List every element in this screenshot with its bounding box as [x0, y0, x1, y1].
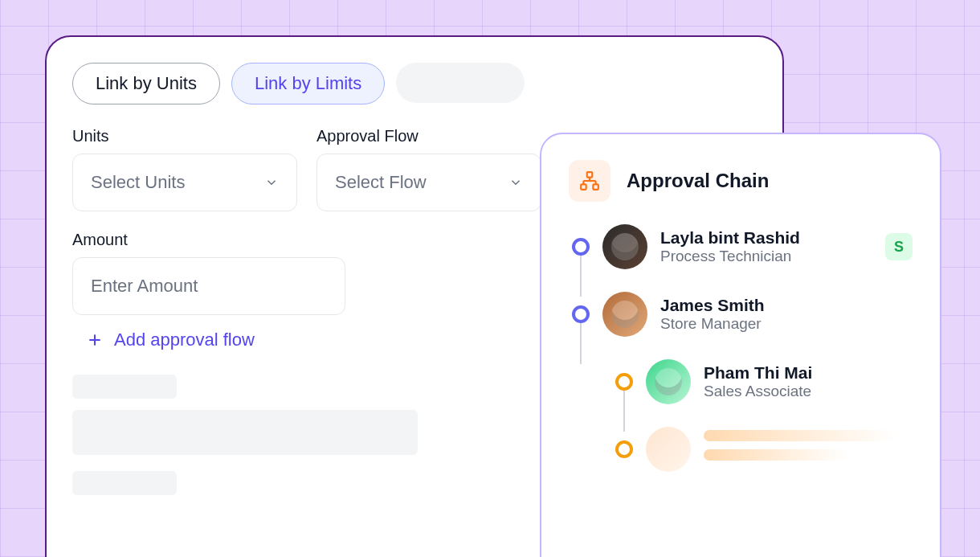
units-select-value: Select Units: [91, 172, 185, 193]
chain-item[interactable]: Layla bint Rashid Process Technician S: [572, 224, 913, 292]
chain-node-icon: [615, 440, 633, 458]
flow-field-group: Approval Flow Select Flow: [316, 127, 541, 211]
chain-node-icon: [572, 305, 590, 323]
chevron-down-icon: [508, 175, 523, 190]
flow-select-value: Select Flow: [335, 172, 427, 193]
chevron-down-icon: [264, 175, 279, 190]
approval-chain-list: Layla bint Rashid Process Technician S J…: [572, 224, 913, 494]
person-role: Process Technician: [660, 248, 800, 265]
avatar: [602, 292, 647, 337]
amount-input[interactable]: Enter Amount: [72, 257, 345, 315]
svg-rect-4: [593, 184, 598, 190]
units-select[interactable]: Select Units: [72, 154, 297, 211]
approval-chain-panel: Approval Chain Layla bint Rashid Process…: [540, 133, 941, 557]
approval-chain-title: Approval Chain: [627, 170, 769, 192]
plus-icon: [87, 332, 103, 348]
status-badge: S: [885, 233, 913, 260]
person-role: Store Manager: [660, 315, 765, 333]
svg-rect-2: [587, 172, 593, 178]
chain-item[interactable]: Pham Thi Mai Sales Associate: [615, 359, 913, 427]
units-label: Units: [72, 127, 297, 145]
chain-node-icon: [572, 238, 590, 256]
chain-item[interactable]: James Smith Store Manager: [572, 292, 913, 359]
chain-item-placeholder: [615, 427, 913, 494]
tab-bar: Link by Units Link by Limits: [72, 63, 757, 104]
add-flow-label: Add approval flow: [114, 330, 255, 350]
person-name: Layla bint Rashid: [660, 228, 800, 248]
avatar-placeholder: [646, 427, 691, 472]
units-field-group: Units Select Units: [72, 127, 297, 211]
flow-select[interactable]: Select Flow: [316, 154, 541, 211]
tab-link-by-units[interactable]: Link by Units: [72, 63, 220, 104]
person-name: James Smith: [660, 296, 765, 315]
person-role: Sales Associate: [704, 383, 812, 400]
avatar: [602, 224, 647, 269]
flow-label: Approval Flow: [316, 127, 541, 145]
chain-node-icon: [615, 373, 633, 391]
amount-placeholder: Enter Amount: [91, 276, 198, 297]
hierarchy-icon: [569, 160, 610, 202]
svg-rect-3: [581, 184, 586, 190]
tab-placeholder: [396, 63, 525, 103]
avatar: [646, 359, 691, 404]
tab-link-by-limits[interactable]: Link by Limits: [231, 63, 385, 104]
person-name: Pham Thi Mai: [704, 363, 812, 383]
